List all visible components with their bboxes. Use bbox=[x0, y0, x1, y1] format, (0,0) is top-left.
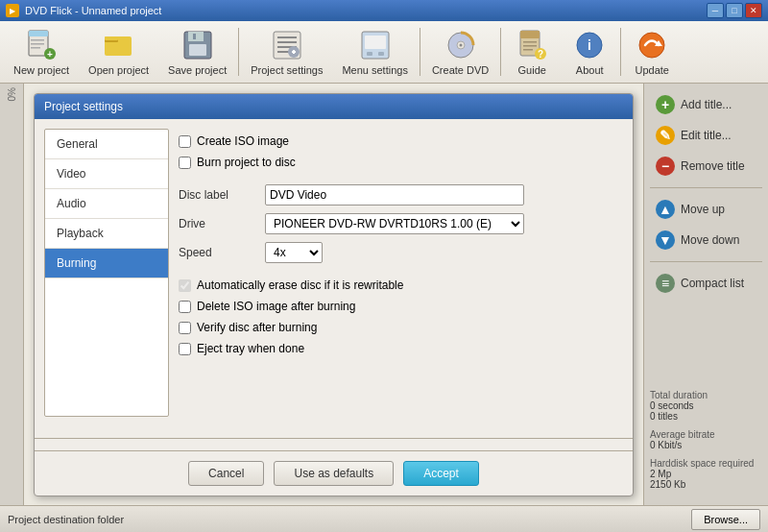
svg-rect-3 bbox=[31, 43, 44, 45]
svg-rect-24 bbox=[367, 52, 372, 56]
speed-label: Speed bbox=[179, 246, 265, 259]
burn-project-checkbox[interactable] bbox=[179, 157, 191, 169]
toolbar-save-project[interactable]: Save project bbox=[158, 24, 236, 80]
update-icon bbox=[635, 28, 669, 61]
auto-erase-checkbox[interactable] bbox=[179, 279, 191, 292]
project-settings-label: Project settings bbox=[251, 64, 323, 76]
nav-audio[interactable]: Audio bbox=[45, 189, 168, 219]
remove-title-icon: − bbox=[656, 157, 675, 176]
project-destination-label: Project destination folder bbox=[8, 514, 124, 525]
delete-iso-checkbox[interactable] bbox=[179, 301, 191, 313]
create-dvd-icon bbox=[444, 28, 478, 61]
nav-burning[interactable]: Burning bbox=[45, 249, 168, 278]
project-settings-dialog: Project settings General Video Audio Pla… bbox=[34, 93, 634, 496]
toolbar-about[interactable]: i About bbox=[561, 24, 618, 80]
verify-disc-label: Verify disc after burning bbox=[197, 321, 317, 334]
app-icon: ▶ bbox=[6, 4, 19, 17]
harddisk-space-value1: 2 Mp bbox=[650, 469, 762, 479]
average-bitrate-label: Average bitrate bbox=[650, 429, 762, 440]
eject-tray-label: Eject tray when done bbox=[197, 342, 304, 355]
move-up-button[interactable]: ▲ Move up bbox=[650, 196, 762, 223]
save-project-icon bbox=[180, 28, 215, 61]
svg-rect-15 bbox=[277, 36, 297, 38]
svg-rect-25 bbox=[378, 52, 384, 56]
center-content: Project settings General Video Audio Pla… bbox=[24, 84, 643, 505]
auto-erase-label: Automatically erase disc if it is rewrit… bbox=[197, 278, 403, 292]
speed-select[interactable]: 1x 2x 4x 8x Max bbox=[265, 242, 323, 263]
right-sep-1 bbox=[650, 187, 762, 188]
verify-disc-checkbox[interactable] bbox=[179, 322, 191, 334]
toolbar-new-project[interactable]: + New project bbox=[4, 24, 79, 80]
add-title-button[interactable]: + Add title... bbox=[650, 91, 762, 118]
disc-label-input[interactable] bbox=[265, 184, 524, 206]
move-up-label: Move up bbox=[681, 203, 725, 216]
edit-title-icon: ✎ bbox=[656, 126, 675, 145]
main-area: 0% Project settings General Video Audio … bbox=[0, 84, 768, 505]
about-icon: i bbox=[572, 28, 607, 61]
remove-title-button[interactable]: − Remove title bbox=[650, 153, 762, 180]
eject-tray-row: Eject tray when done bbox=[179, 342, 623, 355]
disc-label-row: Disc label bbox=[179, 184, 623, 206]
open-project-icon bbox=[102, 28, 136, 61]
right-panel: + Add title... ✎ Edit title... − Remove … bbox=[643, 84, 768, 505]
edit-title-button[interactable]: ✎ Edit title... bbox=[650, 122, 762, 149]
use-as-defaults-button[interactable]: Use as defaults bbox=[274, 461, 394, 486]
toolbar-project-settings[interactable]: Project settings bbox=[241, 24, 332, 80]
svg-rect-12 bbox=[189, 44, 206, 56]
burn-project-row: Burn project to disc bbox=[179, 156, 623, 169]
verify-disc-row: Verify disc after burning bbox=[179, 321, 623, 334]
harddisk-space-label: Harddisk space required bbox=[650, 458, 762, 469]
minimize-button[interactable]: ─ bbox=[707, 3, 724, 18]
compact-list-label: Compact list bbox=[681, 277, 744, 290]
svg-rect-31 bbox=[523, 41, 537, 43]
toolbar-menu-settings[interactable]: Menu settings bbox=[332, 24, 417, 80]
burning-settings-panel: Create ISO image Burn project to disc Di… bbox=[179, 129, 623, 417]
maximize-button[interactable]: □ bbox=[726, 3, 743, 18]
svg-rect-4 bbox=[31, 47, 40, 49]
eject-tray-checkbox[interactable] bbox=[179, 343, 191, 355]
close-button[interactable]: ✕ bbox=[745, 3, 762, 18]
guide-label: Guide bbox=[518, 64, 546, 76]
average-bitrate-value: 0 Kbit/s bbox=[650, 440, 762, 450]
bottom-bar: Project destination folder Browse... bbox=[0, 505, 768, 532]
toolbar-create-dvd[interactable]: Create DVD bbox=[422, 24, 498, 80]
title-bar: ▶ DVD Flick - Unnamed project ─ □ ✕ bbox=[0, 0, 768, 21]
progress-text: 0% bbox=[7, 87, 17, 101]
toolbar-update[interactable]: Update bbox=[623, 24, 681, 80]
nav-general[interactable]: General bbox=[45, 130, 168, 159]
harddisk-space-group: Harddisk space required 2 Mp 2150 Kb bbox=[650, 458, 762, 490]
remove-title-label: Remove title bbox=[681, 159, 745, 173]
open-project-label: Open project bbox=[88, 64, 149, 76]
svg-text:i: i bbox=[588, 37, 591, 53]
menu-settings-label: Menu settings bbox=[342, 64, 407, 76]
move-down-label: Move down bbox=[681, 233, 739, 247]
cancel-button[interactable]: Cancel bbox=[188, 461, 264, 486]
toolbar-guide[interactable]: ? Guide bbox=[503, 24, 561, 80]
accept-button[interactable]: Accept bbox=[403, 461, 479, 486]
browse-button[interactable]: Browse... bbox=[691, 509, 760, 530]
delete-iso-label: Delete ISO image after burning bbox=[197, 300, 355, 313]
svg-rect-21 bbox=[293, 50, 295, 54]
nav-playback[interactable]: Playback bbox=[45, 219, 168, 249]
add-title-label: Add title... bbox=[681, 98, 732, 111]
nav-video[interactable]: Video bbox=[45, 159, 168, 189]
right-sep-2 bbox=[650, 261, 762, 262]
settings-nav: General Video Audio Playback Burning bbox=[44, 129, 169, 417]
svg-rect-18 bbox=[277, 51, 289, 53]
move-down-button[interactable]: ▼ Move down bbox=[650, 227, 762, 254]
compact-list-button[interactable]: ≡ Compact list bbox=[650, 270, 762, 297]
drive-label: Drive bbox=[179, 217, 265, 230]
svg-rect-1 bbox=[29, 31, 48, 36]
svg-rect-9 bbox=[105, 36, 118, 40]
toolbar-open-project[interactable]: Open project bbox=[79, 24, 158, 80]
menu-settings-icon bbox=[358, 28, 393, 61]
average-bitrate-group: Average bitrate 0 Kbit/s bbox=[650, 429, 762, 450]
create-iso-label: Create ISO image bbox=[197, 134, 289, 148]
create-iso-checkbox[interactable] bbox=[179, 135, 191, 148]
total-duration-group: Total duration 0 seconds 0 titles bbox=[650, 390, 762, 422]
dialog-body: General Video Audio Playback Burning Cre… bbox=[35, 119, 633, 426]
window-controls: ─ □ ✕ bbox=[707, 3, 762, 18]
svg-point-28 bbox=[459, 43, 462, 46]
drive-select[interactable]: PIONEER DVD-RW DVRTD10RS 1.00 (E) bbox=[265, 213, 524, 234]
create-dvd-label: Create DVD bbox=[432, 64, 489, 76]
